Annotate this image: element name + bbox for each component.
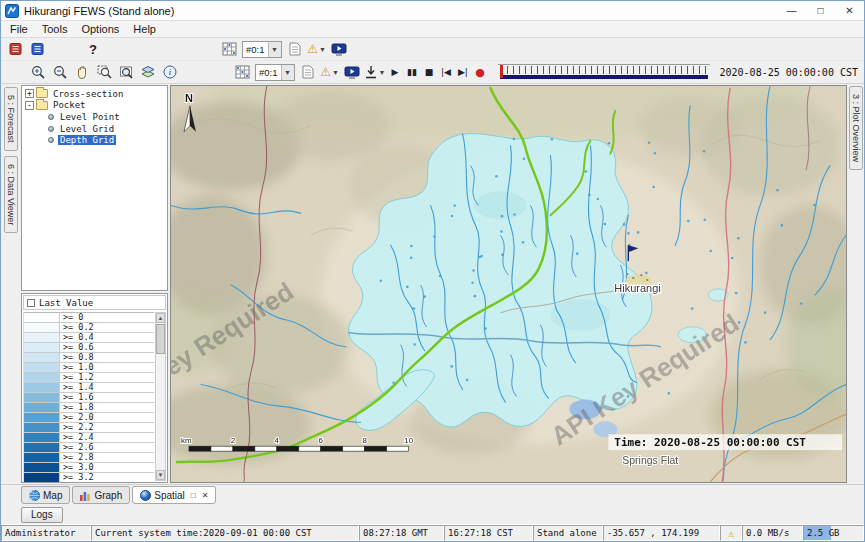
layers-icon[interactable] xyxy=(138,63,158,82)
chevron-down-icon: ▼ xyxy=(332,69,339,76)
tab-map[interactable]: Map xyxy=(21,486,70,504)
chevron-down-icon[interactable]: ▼ xyxy=(268,42,281,57)
timeline-current-marker[interactable] xyxy=(500,65,503,78)
info-button[interactable]: i xyxy=(160,63,180,82)
tab-close-button[interactable]: ✕ xyxy=(202,491,209,500)
legend-scrollbar[interactable]: ▲ ▼ xyxy=(155,312,166,481)
ensemble-selector[interactable]: #0:1 ▼ xyxy=(242,41,282,58)
map-canvas[interactable]: API Key Required API Key Required Hikura… xyxy=(171,86,846,482)
node-icon xyxy=(48,126,54,132)
menu-file[interactable]: File xyxy=(3,22,35,36)
scroll-thumb[interactable] xyxy=(156,324,165,354)
legend-classbreaks-table: >= 0>= 0.2>= 0.4>= 0.6>= 0.8>= 1.0>= 1.2… xyxy=(23,312,154,482)
pan-hand-icon[interactable] xyxy=(72,63,92,82)
legend-color-swatch xyxy=(24,313,60,322)
legend-threshold-label: >= 2.0 xyxy=(60,413,94,422)
tab-label: Map xyxy=(43,490,62,501)
tab-data-viewer[interactable]: 6 : Data Viewer xyxy=(4,156,18,233)
globe-icon xyxy=(29,490,40,501)
menu-help[interactable]: Help xyxy=(126,22,163,36)
tab-label: Spatial xyxy=(154,490,185,501)
legend-threshold-label: >= 0.2 xyxy=(60,323,94,332)
tab-float-button[interactable]: □ xyxy=(191,491,196,500)
step-back-button[interactable]: |◀ xyxy=(437,63,454,81)
timeline-slider[interactable] xyxy=(498,64,709,81)
grid-display-button[interactable] xyxy=(232,63,252,82)
area-label: Springs Flat xyxy=(622,455,678,466)
ensemble-selector[interactable]: #0:1 ▼ xyxy=(255,64,295,81)
menu-tools[interactable]: Tools xyxy=(35,22,75,36)
tree-expander[interactable]: - xyxy=(25,101,34,110)
warning-icon: ⚠ xyxy=(307,43,318,55)
help-button[interactable]: ? xyxy=(85,40,101,59)
log-viewer-icon[interactable] xyxy=(5,40,25,59)
minimize-button[interactable]: — xyxy=(777,1,806,20)
chart-icon xyxy=(80,490,91,501)
legend-color-swatch xyxy=(24,363,60,372)
map-viewport[interactable]: API Key Required API Key Required Hikura… xyxy=(170,85,847,483)
tree-item[interactable]: +Cross-section xyxy=(22,88,167,100)
menu-options[interactable]: Options xyxy=(74,22,126,36)
last-value-checkbox[interactable] xyxy=(27,299,35,307)
tree-item[interactable]: Depth Grid xyxy=(22,134,167,146)
left-shortcut-bar: 5 : Forecast6 : Data Viewer xyxy=(1,84,20,484)
record-button[interactable]: ● xyxy=(471,63,488,81)
status-system-time: Current system time:2020-09-01 00:00 CST xyxy=(91,525,359,541)
step-forward-button[interactable]: ▶| xyxy=(454,63,471,81)
window-controls: — □ ✕ xyxy=(777,1,864,20)
thresholds-warning-button[interactable]: ⚠▼ xyxy=(307,40,327,59)
chevron-down-icon[interactable]: ▼ xyxy=(281,65,294,80)
zoom-extent-button[interactable] xyxy=(116,63,136,82)
tab-plot-overview[interactable]: 3 : Plot Overview xyxy=(849,86,863,170)
scale-tick-label: 8 xyxy=(362,436,367,445)
tree-item[interactable]: Level Grid xyxy=(22,123,167,135)
legend-color-swatch xyxy=(24,433,60,442)
legend-color-swatch xyxy=(24,423,60,432)
tab-forecast[interactable]: 5 : Forecast xyxy=(4,87,18,151)
toolbar-top: ? #0:1 ▼ ⚠▼ xyxy=(1,38,864,61)
logs-button[interactable]: Logs xyxy=(21,507,63,523)
legend-color-swatch xyxy=(24,383,60,392)
timeseries-scroll-button[interactable] xyxy=(298,63,318,82)
toolbar-map: i #0:1 ▼ ⚠▼ ▼ ▶ ▮▮ ■ |◀ ▶| ● xyxy=(1,61,864,84)
zoom-in-button[interactable] xyxy=(28,63,48,82)
tree-item[interactable]: Level Point xyxy=(22,111,167,123)
chevron-down-icon: ▼ xyxy=(319,46,326,53)
last-value-option[interactable]: Last Value xyxy=(23,295,166,310)
zoom-out-button[interactable] xyxy=(50,63,70,82)
scroll-down-icon[interactable]: ▼ xyxy=(156,470,165,480)
zoom-rectangle-button[interactable] xyxy=(94,63,114,82)
maximize-button[interactable]: □ xyxy=(806,1,835,20)
status-local-time: 16:27:18 CST xyxy=(444,525,533,541)
timeseries-document-button[interactable] xyxy=(285,40,305,59)
map-time-label: Time: 2020-08-25 00:00:00 CST xyxy=(608,434,842,450)
legend-threshold-label: >= 0.6 xyxy=(60,343,94,352)
documentation-icon[interactable] xyxy=(27,40,47,59)
pause-button[interactable]: ▮▮ xyxy=(403,63,420,81)
stop-button[interactable]: ■ xyxy=(420,63,437,81)
grid-display-button[interactable] xyxy=(219,40,239,59)
tree-item[interactable]: -Pocket xyxy=(22,100,167,112)
app-logo-icon xyxy=(5,4,19,18)
play-button[interactable]: ▶ xyxy=(386,63,403,81)
scroll-up-icon[interactable]: ▲ xyxy=(156,313,165,323)
status-gmt-time: 08:27:18 GMT xyxy=(359,525,444,541)
legend-threshold-label: >= 2.2 xyxy=(60,423,94,432)
logs-row: Logs xyxy=(1,505,864,524)
tab-spatial[interactable]: Spatial□✕ xyxy=(132,486,216,504)
status-warning-icon: ⚠ xyxy=(720,525,742,541)
animation-display-button[interactable] xyxy=(342,63,362,82)
legend-threshold-label: >= 0.4 xyxy=(60,333,94,342)
legend-color-swatch xyxy=(24,393,60,402)
last-value-label: Last Value xyxy=(39,298,93,308)
export-download-button[interactable]: ▼ xyxy=(364,63,386,82)
close-button[interactable]: ✕ xyxy=(835,1,864,20)
thresholds-warning-button[interactable]: ⚠▼ xyxy=(320,63,340,82)
timeline-ticks xyxy=(501,66,707,74)
tab-graph[interactable]: Graph xyxy=(72,486,130,504)
status-coordinates: -35.657 , 174.199 xyxy=(603,525,720,541)
animation-display-button[interactable] xyxy=(329,40,349,59)
tree-item-label: Level Point xyxy=(58,112,122,122)
legend-color-swatch xyxy=(24,343,60,352)
tree-expander[interactable]: + xyxy=(25,89,34,98)
